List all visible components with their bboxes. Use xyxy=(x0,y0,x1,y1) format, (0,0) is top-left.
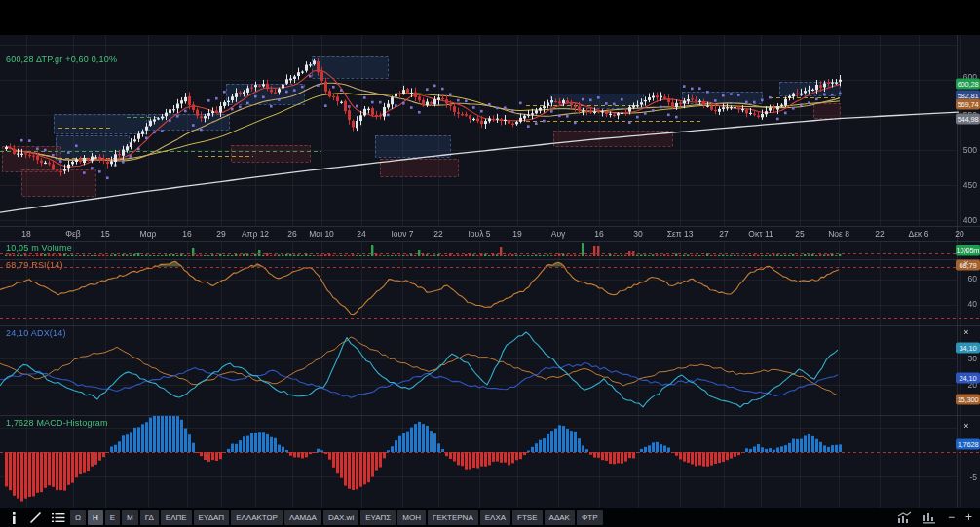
price-axis-label: 60 xyxy=(968,274,977,283)
toolbar-item-Ε[interactable]: Ε xyxy=(105,510,120,525)
time-axis-tick: Μαι 10 xyxy=(309,229,334,239)
axis-value-badge: 600,28 xyxy=(956,79,980,90)
time-axis-tick: Αυγ xyxy=(551,229,566,239)
toolbar-item-ΕΛΛΑΚΤΩΡ[interactable]: ΕΛΛΑΚΤΩΡ xyxy=(231,510,283,525)
chart-canvas[interactable] xyxy=(0,0,980,508)
time-axis-tick: 19 xyxy=(512,229,521,239)
close-pane-icon[interactable]: × xyxy=(961,258,972,269)
time-axis-tick: 22 xyxy=(433,229,442,239)
macd-pane-label: 1,7628 MACD-Histogram xyxy=(6,418,108,428)
time-axis-tick: Μαρ xyxy=(140,229,157,239)
time-axis-tick: 30 xyxy=(633,229,642,239)
zoom-in-button[interactable]: + xyxy=(965,509,972,526)
toolbar-item-ΛΑΜΔΑ[interactable]: ΛΑΜΔΑ xyxy=(284,510,321,525)
time-axis-tick: Απρ 12 xyxy=(242,229,269,239)
toolbar-item-ΑΔΑΚ[interactable]: ΑΔΑΚ xyxy=(545,510,575,525)
zoom-out-button[interactable]: − xyxy=(948,509,955,526)
time-axis-tick: Ιουν 7 xyxy=(391,229,413,239)
axis-value-badge: 15,300 xyxy=(956,395,980,405)
toolbar-item-ΜΟΗ[interactable]: ΜΟΗ xyxy=(397,510,426,525)
bar-chart-icon[interactable] xyxy=(923,511,937,524)
toolbar-item-ΓΕΚΤΕΡΝΑ[interactable]: ΓΕΚΤΕΡΝΑ xyxy=(428,510,478,525)
price-axis-label: 30 xyxy=(968,354,977,363)
time-axis-tick: Ιουλ 5 xyxy=(468,229,490,239)
close-pane-icon[interactable]: × xyxy=(961,245,972,256)
toolbar-item-ΕΥΑΠΣ[interactable]: ΕΥΑΠΣ xyxy=(360,510,396,525)
price-axis-label: 500 xyxy=(963,145,977,155)
time-axis-tick: 18 xyxy=(21,229,30,239)
axis-value-badge: 544,98 xyxy=(956,114,980,125)
toolbar-symbol-buttons: ΩΗΕΜΓΔΕΛΠΕΕΥΔΑΠΕΛΛΑΚΤΩΡΛΑΜΔΑDAX.wiΕΥΑΠΣΜ… xyxy=(70,510,603,525)
close-pane-icon[interactable]: × xyxy=(961,327,972,338)
toolbar-item-DAX.wi[interactable]: DAX.wi xyxy=(323,510,358,525)
toolbar-item-ΦΤΡ[interactable]: ΦΤΡ xyxy=(577,510,603,525)
list-icon[interactable] xyxy=(48,510,68,525)
price-axis-label: 40 xyxy=(968,299,977,309)
time-axis-tick: 27 xyxy=(719,229,728,239)
time-axis-tick: 26 xyxy=(287,229,296,239)
toolbar-item-Η[interactable]: Η xyxy=(88,510,103,525)
info-icon[interactable] xyxy=(3,510,23,525)
time-axis-tick: Σεπ 13 xyxy=(667,229,694,239)
rsi-pane-label: 68,79 RSI(14) xyxy=(6,260,63,270)
toolbar-item-ΕΛΠΕ[interactable]: ΕΛΠΕ xyxy=(161,510,192,525)
price-axis-label: 450 xyxy=(963,180,977,190)
axis-value-badge: 1,7628 xyxy=(956,439,980,450)
toolbar-item-FTSE[interactable]: FTSE xyxy=(512,510,542,525)
time-axis-tick: Δεκ 6 xyxy=(909,229,929,239)
toolbar-item-ΕΛΧΑ[interactable]: ΕΛΧΑ xyxy=(480,510,510,525)
time-axis-tick: 25 xyxy=(795,229,804,239)
time-axis-tick: Φεβ xyxy=(65,229,80,239)
time-axis-tick: 16 xyxy=(182,229,191,239)
axis-value-badge: 24,10 xyxy=(956,373,980,384)
time-axis-tick: Οκτ 11 xyxy=(748,229,773,239)
time-axis-tick: 16 xyxy=(594,229,603,239)
chart-zoom-controls: − + xyxy=(897,509,972,526)
draw-icon[interactable] xyxy=(25,510,46,525)
time-axis-tick: Νοε 8 xyxy=(828,229,849,239)
price-axis-label: -5 xyxy=(969,472,977,482)
trading-chart-app: 600,28 ΔΤΡ.gr +0,60 0,10% 10,05 m Volume… xyxy=(0,0,980,527)
time-axis-tick: 22 xyxy=(875,229,884,239)
volume-pane-label: 10,05 m Volume xyxy=(6,244,72,253)
toolbar-item-Ω[interactable]: Ω xyxy=(70,510,86,525)
axis-value-badge: 569,74 xyxy=(956,99,980,110)
adx-pane-label: 24,10 ADX(14) xyxy=(6,328,66,338)
time-axis-tick: 29 xyxy=(216,229,225,239)
toolbar-item-ΕΥΔΑΠ[interactable]: ΕΥΔΑΠ xyxy=(194,510,230,525)
time-axis-tick: 15 xyxy=(100,229,109,239)
main-symbol-label: 600,28 ΔΤΡ.gr +0,60 0,10% xyxy=(6,55,117,64)
price-axis-label: 400 xyxy=(963,215,977,225)
time-axis-tick: 24 xyxy=(357,229,365,239)
toolbar-item-Μ[interactable]: Μ xyxy=(122,510,138,525)
toolbar-item-ΓΔ[interactable]: ΓΔ xyxy=(140,510,159,525)
time-axis-tick: 20 xyxy=(955,229,963,239)
axis-value-badge: 34,10 xyxy=(956,343,980,354)
trend-chart-icon[interactable] xyxy=(897,511,912,524)
close-pane-icon[interactable]: × xyxy=(961,421,972,432)
bottom-toolbar: ΩΗΕΜΓΔΕΛΠΕΕΥΔΑΠΕΛΛΑΚΤΩΡΛΑΜΔΑDAX.wiΕΥΑΠΣΜ… xyxy=(0,508,980,527)
